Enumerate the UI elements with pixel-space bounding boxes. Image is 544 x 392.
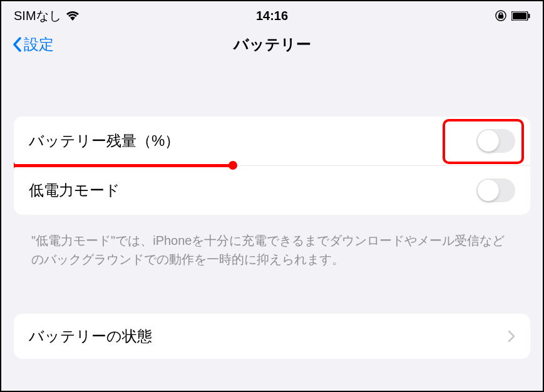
battery-percentage-toggle[interactable]	[476, 129, 515, 153]
battery-percentage-label: バッテリー残量（%）	[29, 131, 180, 151]
low-power-mode-description: "低電力モード"では、iPhoneを十分に充電できるまでダウンロードやメール受信…	[14, 224, 530, 276]
toggle-knob	[478, 180, 499, 201]
battery-percentage-row[interactable]: バッテリー残量（%）	[14, 116, 530, 166]
sim-status: SIMなし	[14, 8, 61, 24]
status-time: 14:16	[256, 9, 288, 23]
nav-bar: 設定 バッテリー	[1, 29, 543, 66]
svg-rect-1	[499, 15, 503, 18]
low-power-mode-toggle[interactable]	[476, 178, 515, 202]
nav-title: バッテリー	[234, 34, 311, 54]
status-bar: SIMなし 14:16	[1, 1, 543, 29]
battery-health-row[interactable]: バッテリーの状態	[14, 314, 530, 359]
toggle-knob	[478, 130, 499, 152]
battery-health-label: バッテリーの状態	[29, 326, 152, 346]
back-label: 設定	[24, 34, 54, 54]
svg-rect-4	[528, 14, 530, 18]
chevron-left-icon	[13, 37, 23, 52]
settings-group-1: バッテリー残量（%） 低電力モード	[14, 116, 530, 215]
settings-group-2: バッテリーの状態	[14, 314, 530, 359]
status-left: SIMなし	[14, 8, 79, 24]
status-right	[495, 10, 530, 21]
battery-icon	[511, 11, 530, 21]
svg-rect-3	[513, 13, 526, 19]
orientation-lock-icon	[495, 10, 506, 21]
back-button[interactable]: 設定	[13, 34, 54, 54]
low-power-mode-row[interactable]: 低電力モード	[14, 166, 530, 215]
content: バッテリー残量（%） 低電力モード "低電力モード"では、iPhoneを十分に充…	[1, 66, 543, 359]
low-power-mode-label: 低電力モード	[29, 180, 120, 200]
chevron-right-icon	[508, 330, 515, 343]
wifi-icon	[66, 11, 79, 21]
